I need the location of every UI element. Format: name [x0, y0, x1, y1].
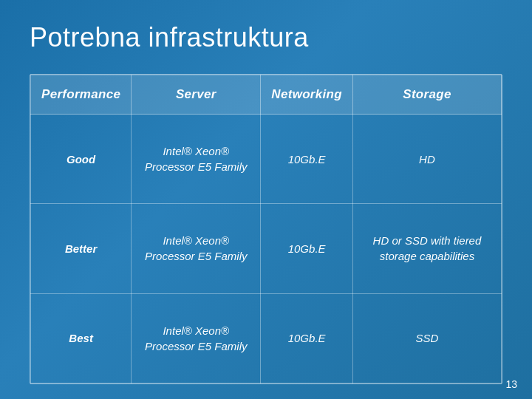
page-number: 13	[505, 378, 517, 390]
table-row: Good Intel® Xeon® Processor E5 Family 10…	[31, 115, 502, 204]
row-best-storage: SSD	[352, 293, 501, 383]
row-good-networking: 10Gb.E	[261, 115, 353, 204]
row-best-server: Intel® Xeon® Processor E5 Family	[132, 293, 261, 383]
row-best-performance: Best	[31, 293, 132, 383]
row-better-performance: Better	[31, 204, 132, 293]
row-better-server: Intel® Xeon® Processor E5 Family	[132, 204, 261, 293]
row-good-performance: Good	[31, 115, 132, 204]
row-better-storage: HD or SSD with tiered storage capabiliti…	[352, 204, 501, 293]
table-row: Best Intel® Xeon® Processor E5 Family 10…	[31, 293, 502, 383]
row-good-storage: HD	[352, 115, 501, 204]
table-header-row: Performance Server Networking Storage	[31, 75, 502, 115]
header-storage: Storage	[352, 75, 501, 115]
slide-title: Potrebna infrastruktura	[30, 22, 502, 53]
header-networking: Networking	[261, 75, 353, 115]
table-row: Better Intel® Xeon® Processor E5 Family …	[31, 204, 502, 293]
row-better-networking: 10Gb.E	[261, 204, 353, 293]
row-best-networking: 10Gb.E	[261, 293, 353, 383]
header-server: Server	[132, 75, 261, 115]
header-performance: Performance	[31, 75, 132, 115]
infrastructure-table: Performance Server Networking Storage Go…	[30, 75, 502, 383]
slide-page: Potrebna infrastruktura Performance Serv…	[0, 0, 532, 399]
infrastructure-table-container: Performance Server Networking Storage Go…	[30, 74, 502, 384]
row-good-server: Intel® Xeon® Processor E5 Family	[132, 115, 261, 204]
